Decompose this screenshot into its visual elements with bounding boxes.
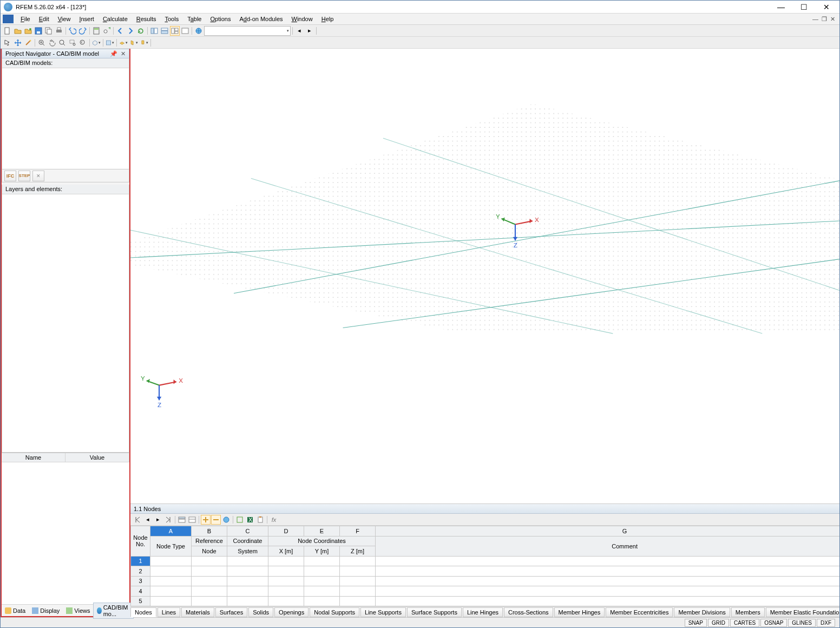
insert-row-icon[interactable] bbox=[201, 515, 211, 525]
col-y[interactable]: Y [m] bbox=[304, 546, 340, 557]
table-tab-nodes[interactable]: Nodes bbox=[130, 607, 156, 617]
save-icon[interactable] bbox=[34, 26, 43, 36]
close-button[interactable]: ✕ bbox=[819, 3, 834, 11]
navigator-icon[interactable] bbox=[149, 26, 159, 36]
table-tab-lines[interactable]: Lines bbox=[158, 607, 180, 617]
nav-tab-views[interactable]: Views bbox=[63, 606, 93, 615]
import-step-button[interactable]: STEP bbox=[18, 171, 30, 181]
zoom-window-icon[interactable] bbox=[68, 38, 77, 48]
col-letter-b[interactable]: B bbox=[192, 526, 227, 537]
nav-tab-cadbim[interactable]: CAD/BIM mo... bbox=[93, 603, 134, 619]
row-num[interactable]: 5 bbox=[131, 596, 150, 606]
delete-row-icon[interactable] bbox=[211, 515, 221, 525]
node-add-icon[interactable]: + bbox=[102, 26, 111, 36]
menu-results[interactable]: Results bbox=[133, 15, 160, 23]
selection-combo[interactable]: ▾ bbox=[204, 26, 291, 36]
table-tab-nodal-supports[interactable]: Nodal Supports bbox=[310, 607, 359, 617]
new-file-icon[interactable] bbox=[3, 26, 12, 36]
table-tab-line-supports[interactable]: Line Supports bbox=[360, 607, 406, 617]
move-icon[interactable] bbox=[13, 38, 23, 48]
redo-icon[interactable] bbox=[78, 26, 88, 36]
table-tab-member-ecc[interactable]: Member Eccentricities bbox=[606, 607, 673, 617]
menu-view[interactable]: View bbox=[54, 15, 75, 23]
table-tab-solids[interactable]: Solids bbox=[248, 607, 273, 617]
menu-insert[interactable]: Insert bbox=[75, 15, 98, 23]
panel-close-icon[interactable]: ✕ bbox=[121, 50, 126, 57]
globe-table-icon[interactable] bbox=[221, 515, 231, 525]
units-icon[interactable] bbox=[235, 515, 245, 525]
table-tab-materials[interactable]: Materials bbox=[181, 607, 214, 617]
cursor-icon[interactable] bbox=[3, 38, 12, 48]
view-x-icon[interactable]: ▾ bbox=[105, 38, 115, 48]
status-snap[interactable]: SNAP bbox=[685, 619, 707, 627]
col-letter-d[interactable]: D bbox=[268, 526, 304, 537]
table-tab-member-elastic[interactable]: Member Elastic Foundations bbox=[766, 607, 840, 617]
nodes-table[interactable]: Node No. A B C D E F G Node Type Referen… bbox=[130, 526, 840, 606]
row-num[interactable]: 2 bbox=[131, 566, 150, 577]
3d-viewport[interactable]: X Y Z X Y Z bbox=[130, 49, 840, 503]
table-tab-openings[interactable]: Openings bbox=[274, 607, 309, 617]
zoom-prev-icon[interactable] bbox=[78, 38, 88, 48]
excel-export-icon[interactable]: X bbox=[245, 515, 255, 525]
clipboard-icon[interactable] bbox=[255, 515, 265, 525]
col-reference-1[interactable]: Reference bbox=[192, 536, 227, 546]
table-view1-icon[interactable] bbox=[177, 515, 187, 525]
col-reference-2[interactable]: Node bbox=[192, 546, 227, 557]
table-tab-line-hinges[interactable]: Line Hinges bbox=[463, 607, 503, 617]
table-nav-prev-icon[interactable]: ◂ bbox=[143, 515, 153, 525]
menu-table[interactable]: Table bbox=[183, 15, 205, 23]
col-coordinate-1[interactable]: Coordinate bbox=[227, 536, 268, 546]
col-letter-c[interactable]: C bbox=[227, 526, 268, 537]
wand-icon[interactable] bbox=[23, 38, 33, 48]
nav-tab-display[interactable]: Display bbox=[29, 606, 63, 615]
menu-calculate[interactable]: Calculate bbox=[99, 15, 132, 23]
table-panel-icon[interactable] bbox=[160, 26, 169, 36]
status-glines[interactable]: GLINES bbox=[788, 619, 816, 627]
status-cartes[interactable]: CARTES bbox=[730, 619, 759, 627]
col-z[interactable]: Z [m] bbox=[340, 546, 376, 557]
calculator-icon[interactable] bbox=[91, 26, 101, 36]
status-osnap[interactable]: OSNAP bbox=[760, 619, 787, 627]
copy-icon[interactable] bbox=[44, 26, 54, 36]
col-letter-e[interactable]: E bbox=[304, 526, 340, 537]
globe-icon[interactable] bbox=[194, 26, 204, 36]
table-nav-last-icon[interactable] bbox=[163, 515, 173, 525]
mdi-minimize-icon[interactable]: — bbox=[812, 16, 818, 23]
function-icon[interactable]: fx bbox=[269, 515, 279, 525]
menu-addon[interactable]: Add-on Modules bbox=[235, 15, 286, 23]
table-tab-members[interactable]: Members bbox=[731, 607, 765, 617]
table-nav-first-icon[interactable] bbox=[133, 515, 142, 525]
system-menu-icon[interactable] bbox=[3, 15, 14, 23]
status-grid[interactable]: GRID bbox=[708, 619, 729, 627]
plane-xz-icon[interactable]: ▾ bbox=[139, 38, 149, 48]
table-tab-surface-supports[interactable]: Surface Supports bbox=[407, 607, 462, 617]
iso-view-icon[interactable]: ▾ bbox=[91, 38, 101, 48]
menu-window[interactable]: Window bbox=[288, 15, 317, 23]
print-icon[interactable] bbox=[54, 26, 64, 36]
row-num[interactable]: 3 bbox=[131, 576, 150, 586]
col-node-type[interactable]: Node Type bbox=[150, 536, 192, 556]
menu-file[interactable]: File bbox=[17, 15, 34, 23]
nav-right-icon[interactable]: ▸ bbox=[305, 26, 314, 36]
col-letter-g[interactable]: G bbox=[376, 526, 841, 537]
arrow-back-icon[interactable] bbox=[115, 26, 125, 36]
col-x[interactable]: X [m] bbox=[268, 546, 304, 557]
minimize-button[interactable]: — bbox=[773, 3, 789, 11]
col-coordinate-2[interactable]: System bbox=[227, 546, 268, 557]
plane-xy-icon[interactable]: ▾ bbox=[119, 38, 128, 48]
tables-title-bar[interactable]: 1.1 Nodes 📌 ✕ bbox=[130, 504, 840, 514]
col-letter-f[interactable]: F bbox=[340, 526, 376, 537]
arrow-forward-icon[interactable] bbox=[126, 26, 135, 36]
layout-tiled-icon[interactable] bbox=[170, 26, 180, 36]
table-tab-member-hinges[interactable]: Member Hinges bbox=[554, 607, 605, 617]
row-num[interactable]: 4 bbox=[131, 586, 150, 597]
property-grid-body[interactable] bbox=[2, 462, 129, 604]
navigator-title-bar[interactable]: Project Navigator - CAD/BIM model 📌 ✕ bbox=[2, 49, 129, 58]
zoom-extent-icon[interactable] bbox=[57, 38, 67, 48]
plane-yz-icon[interactable]: ▾ bbox=[129, 38, 139, 48]
pan-icon[interactable] bbox=[47, 38, 57, 48]
cadbim-models-tree[interactable] bbox=[2, 68, 129, 169]
undo-icon[interactable] bbox=[68, 26, 77, 36]
layers-elements-tree[interactable] bbox=[2, 194, 129, 452]
status-dxf[interactable]: DXF bbox=[817, 619, 835, 627]
